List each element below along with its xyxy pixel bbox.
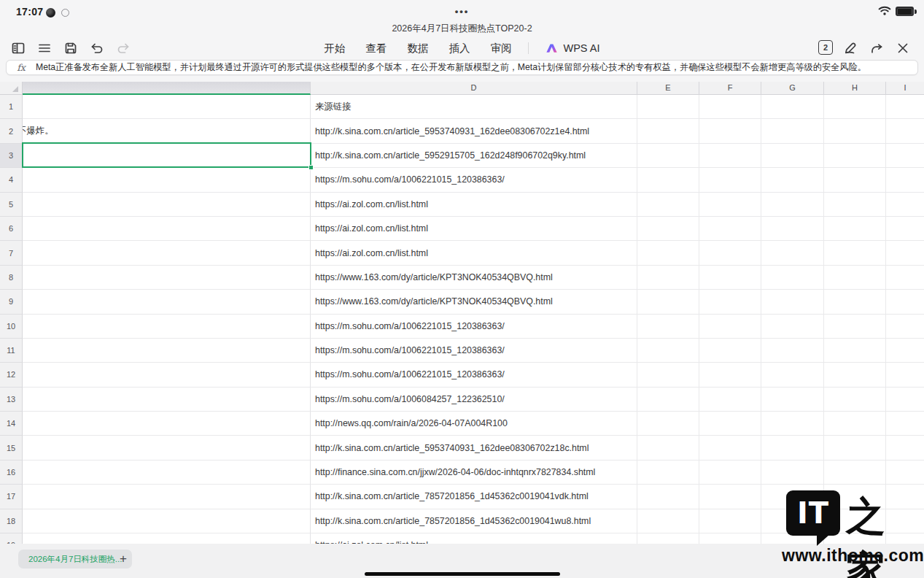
row-header-9[interactable]: 9: [0, 290, 23, 314]
cell-c19[interactable]: [23, 533, 311, 544]
cell-d18[interactable]: http://k.sina.com.cn/article_7857201856_…: [311, 509, 637, 533]
cell-h9[interactable]: [824, 290, 886, 314]
cell-e18[interactable]: [637, 509, 699, 533]
cell-h10[interactable]: [824, 315, 886, 339]
cell-d17[interactable]: http://k.sina.com.cn/article_7857201856_…: [311, 485, 637, 509]
cell-c13[interactable]: [23, 388, 311, 412]
cell-d12[interactable]: https://m.sohu.com/a/1006221015_12038636…: [311, 363, 637, 387]
cell-d8[interactable]: https://www.163.com/dy/article/KPT3NOK40…: [311, 266, 637, 290]
edit-pen-button[interactable]: [841, 39, 860, 58]
row-header-5[interactable]: 5: [0, 193, 23, 217]
cell-i11[interactable]: [886, 339, 924, 363]
tab-data[interactable]: 数据: [408, 42, 429, 55]
cell-g10[interactable]: [761, 315, 824, 339]
cell-g4[interactable]: [761, 168, 824, 192]
cell-i10[interactable]: [886, 315, 924, 339]
cell-e3[interactable]: [637, 144, 699, 168]
cell-f16[interactable]: [699, 461, 761, 485]
cell-d9[interactable]: https://www.163.com/dy/article/KPT3NOK40…: [311, 290, 637, 314]
cell-i3[interactable]: [886, 144, 924, 168]
cell-g11[interactable]: [761, 339, 824, 363]
cell-h11[interactable]: [824, 339, 886, 363]
cell-d11[interactable]: https://m.sohu.com/a/1006221015_12038636…: [311, 339, 637, 363]
row-header-10[interactable]: 10: [0, 315, 23, 339]
cell-h5[interactable]: [824, 193, 886, 217]
cell-f12[interactable]: [699, 363, 761, 387]
cell-d1[interactable]: 来源链接: [311, 95, 637, 119]
row-header-12[interactable]: 12: [0, 363, 23, 387]
cell-c15[interactable]: [23, 436, 311, 460]
row-header-17[interactable]: 17: [0, 485, 23, 509]
cell-c4[interactable]: [23, 168, 311, 192]
cell-e4[interactable]: [637, 168, 699, 192]
cell-f18[interactable]: [699, 509, 761, 533]
cell-c10[interactable]: [23, 315, 311, 339]
fill-handle[interactable]: [308, 165, 314, 170]
cell-g5[interactable]: [761, 193, 824, 217]
cell-c8[interactable]: [23, 266, 311, 290]
cell-f5[interactable]: [699, 193, 761, 217]
add-sheet-button[interactable]: +: [114, 550, 133, 569]
multitask-dots-button[interactable]: •••: [0, 6, 924, 17]
row-header-8[interactable]: 8: [0, 266, 23, 290]
cell-c12[interactable]: [23, 363, 311, 387]
cell-f10[interactable]: [699, 315, 761, 339]
cell-f11[interactable]: [699, 339, 761, 363]
cell-c9[interactable]: [23, 290, 311, 314]
select-all-corner[interactable]: [0, 82, 23, 95]
row-header-15[interactable]: 15: [0, 436, 23, 460]
cell-d4[interactable]: https://m.sohu.com/a/1006221015_12038636…: [311, 168, 637, 192]
cell-i6[interactable]: [886, 217, 924, 241]
cell-e13[interactable]: [637, 388, 699, 412]
cell-h1[interactable]: [824, 95, 886, 119]
cell-g19[interactable]: [761, 533, 824, 544]
column-header-G[interactable]: G: [761, 82, 824, 95]
cell-f1[interactable]: [699, 95, 761, 119]
cell-e7[interactable]: [637, 241, 699, 265]
cell-e6[interactable]: [637, 217, 699, 241]
row-header-11[interactable]: 11: [0, 339, 23, 363]
row-header-14[interactable]: 14: [0, 412, 23, 436]
cell-g7[interactable]: [761, 241, 824, 265]
cell-i5[interactable]: [886, 193, 924, 217]
row-header-18[interactable]: 18: [0, 509, 23, 533]
tab-insert[interactable]: 插入: [449, 42, 470, 55]
tab-review[interactable]: 审阅: [491, 42, 512, 55]
cell-e1[interactable]: [637, 95, 699, 119]
cell-e17[interactable]: [637, 485, 699, 509]
cell-c5[interactable]: [23, 193, 311, 217]
cell-f4[interactable]: [699, 168, 761, 192]
row-header-4[interactable]: 4: [0, 168, 23, 192]
cell-h19[interactable]: [824, 533, 886, 544]
cell-f19[interactable]: [699, 533, 761, 544]
cell-g17[interactable]: [761, 485, 824, 509]
cell-g2[interactable]: [761, 119, 824, 143]
cell-d19[interactable]: https://ai.zol.com.cn/list.html: [311, 533, 637, 544]
column-header-D[interactable]: D: [311, 82, 637, 95]
cell-d16[interactable]: http://finance.sina.com.cn/jjxw/2026-04-…: [311, 461, 637, 485]
tab-home[interactable]: 开始: [325, 42, 346, 55]
column-header-I[interactable]: I: [886, 82, 924, 95]
cell-c14[interactable]: [23, 412, 311, 436]
cell-h16[interactable]: [824, 461, 886, 485]
cell-d10[interactable]: https://m.sohu.com/a/1006221015_12038636…: [311, 315, 637, 339]
formula-input[interactable]: Meta正准备发布全新人工智能模型，并计划最终通过开源许可的形式提供这些模型的多…: [36, 61, 917, 74]
cell-e9[interactable]: [637, 290, 699, 314]
cell-f6[interactable]: [699, 217, 761, 241]
wps-ai-button[interactable]: WPS AI: [545, 42, 600, 55]
cell-e8[interactable]: [637, 266, 699, 290]
cell-i16[interactable]: [886, 461, 924, 485]
cell-i12[interactable]: [886, 363, 924, 387]
row-header-7[interactable]: 7: [0, 241, 23, 265]
cell-f2[interactable]: [699, 119, 761, 143]
cell-e2[interactable]: [637, 119, 699, 143]
cell-f14[interactable]: [699, 412, 761, 436]
cell-c6[interactable]: [23, 217, 311, 241]
cell-h18[interactable]: [824, 509, 886, 533]
cell-f9[interactable]: [699, 290, 761, 314]
cell-e11[interactable]: [637, 339, 699, 363]
cell-c18[interactable]: [23, 509, 311, 533]
cell-f13[interactable]: [699, 388, 761, 412]
column-header-F[interactable]: F: [699, 82, 761, 95]
cell-h6[interactable]: [824, 217, 886, 241]
